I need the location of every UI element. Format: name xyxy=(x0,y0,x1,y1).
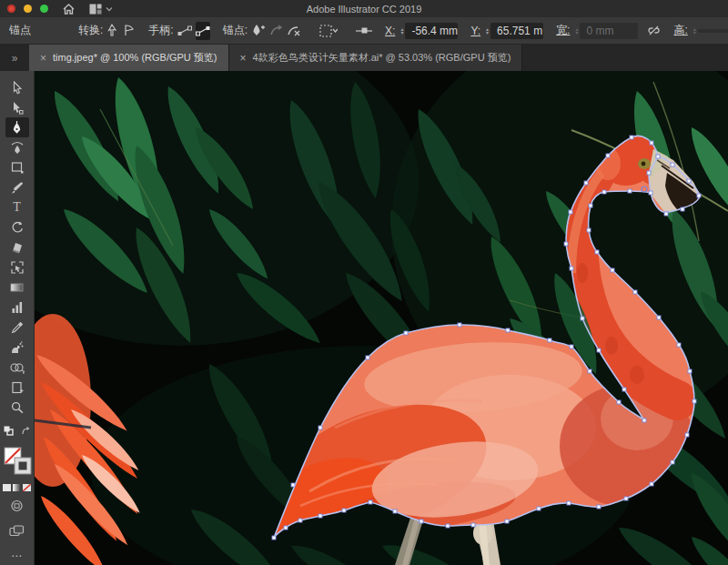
anchor-point xyxy=(318,514,322,518)
anchor-point xyxy=(597,505,601,509)
home-icon[interactable] xyxy=(63,4,75,15)
anchor-point xyxy=(404,331,408,335)
anchor-point xyxy=(369,500,372,504)
x-value-field[interactable]: -56.4 mm xyxy=(405,23,458,39)
tools-panel: T xyxy=(0,71,35,565)
convert-to-corner-icon[interactable] xyxy=(106,22,119,40)
anchor-point xyxy=(671,460,674,464)
anchor-point xyxy=(622,388,626,391)
tab-label: timg.jpeg* @ 100% (RGB/GPU 预览) xyxy=(53,51,217,65)
cut-path-icon[interactable] xyxy=(287,22,301,40)
zoom-tool[interactable] xyxy=(5,398,29,418)
anchor-point xyxy=(633,290,637,294)
rectangle-tool[interactable] xyxy=(5,157,29,177)
selection-tool[interactable] xyxy=(5,77,29,97)
isolate-selection-icon[interactable] xyxy=(319,22,338,40)
tab-bird-vector-ai[interactable]: × 4款彩色鸟类设计矢量素材.ai* @ 53.03% (RGB/GPU 预览) xyxy=(229,45,523,71)
gradient-button[interactable] xyxy=(13,484,21,491)
anchor-point xyxy=(458,323,461,327)
curvature-tool[interactable] xyxy=(5,137,29,157)
free-transform-tool[interactable] xyxy=(5,257,29,277)
anchor-point xyxy=(589,204,592,207)
minimize-window-button[interactable] xyxy=(24,5,32,13)
close-tab-icon[interactable]: × xyxy=(40,52,46,65)
anchor-point xyxy=(602,190,606,194)
screen-mode-icon[interactable] xyxy=(9,524,25,540)
anchor-point xyxy=(657,316,661,319)
hide-handles-icon[interactable] xyxy=(196,22,210,40)
shape-builder-tool[interactable] xyxy=(5,358,29,378)
workspace-switcher-icon[interactable] xyxy=(89,4,113,15)
rotate-tool[interactable] xyxy=(5,217,29,237)
anchor-point xyxy=(318,426,322,429)
gradient-tool[interactable] xyxy=(5,277,29,298)
anchor-point xyxy=(677,343,681,347)
anchor-point xyxy=(446,524,450,528)
width-value-field[interactable]: 0 mm xyxy=(580,23,638,39)
drawing-modes-icon[interactable] xyxy=(10,499,24,516)
edit-toolbar-icon[interactable]: ⋯ xyxy=(11,550,23,562)
height-value-field[interactable] xyxy=(698,29,728,33)
color-button[interactable] xyxy=(3,484,11,491)
anchor-point xyxy=(617,400,621,404)
anchor-point xyxy=(587,228,591,232)
x-stepper[interactable]: ▴▾ xyxy=(400,27,403,35)
document-tab-bar: » × timg.jpeg* @ 100% (RGB/GPU 预览) × 4款彩… xyxy=(0,45,728,71)
add-anchor-pen-icon[interactable] xyxy=(251,22,266,40)
convert-to-smooth-icon[interactable] xyxy=(123,22,136,40)
anchor-point xyxy=(584,181,588,185)
link-dimensions-icon[interactable] xyxy=(647,22,661,40)
anchor-point xyxy=(272,536,276,540)
default-fill-stroke-icon[interactable] xyxy=(4,423,14,439)
title-bar: Adobe Illustrator CC 2019 xyxy=(0,0,728,17)
none-button[interactable] xyxy=(23,484,31,491)
anchor-point xyxy=(606,154,610,157)
tab-timg-jpeg[interactable]: × timg.jpeg* @ 100% (RGB/GPU 预览) xyxy=(29,45,229,71)
close-tab-icon[interactable]: × xyxy=(240,52,247,65)
height-stepper[interactable]: ▴▾ xyxy=(693,27,696,35)
anchor-point xyxy=(366,356,369,359)
eraser-tool[interactable] xyxy=(5,237,29,257)
symbol-sprayer-tool[interactable] xyxy=(5,338,29,358)
y-label: Y: xyxy=(470,25,480,37)
canvas-photo xyxy=(35,71,728,565)
anchor-point xyxy=(537,507,541,510)
swap-fill-stroke-icon[interactable] xyxy=(21,423,31,439)
width-stepper[interactable]: ▴▾ xyxy=(575,27,578,35)
eyedropper-tool[interactable] xyxy=(5,318,29,338)
connect-endpoints-icon[interactable] xyxy=(356,22,372,40)
handles-label: 手柄: xyxy=(148,23,173,38)
x-label: X: xyxy=(385,25,395,37)
fill-stroke-indicator[interactable] xyxy=(4,447,31,478)
direct-selection-tool[interactable] xyxy=(5,97,29,117)
dock-overflow-icon[interactable]: » xyxy=(0,45,29,71)
anchor-point xyxy=(570,345,573,348)
remove-anchor-icon[interactable] xyxy=(269,22,283,40)
anchors-label: 锚点: xyxy=(223,23,248,38)
close-window-button[interactable] xyxy=(7,5,15,13)
artboard-tool[interactable] xyxy=(5,378,29,398)
anchor-point xyxy=(471,523,475,527)
show-handles-icon[interactable] xyxy=(177,22,192,40)
convert-label: 转换: xyxy=(78,23,103,38)
anchor-point xyxy=(693,399,696,403)
anchor-point xyxy=(505,520,509,523)
y-value-field[interactable]: 65.751 m xyxy=(490,23,543,39)
anchor-point xyxy=(291,483,295,487)
anchor-point xyxy=(588,369,592,373)
height-label: 高: xyxy=(673,23,687,38)
y-stepper[interactable]: ▴▾ xyxy=(486,27,489,35)
paintbrush-tool[interactable] xyxy=(5,177,29,197)
anchor-point xyxy=(664,212,668,216)
anchor-point xyxy=(650,482,653,486)
anchor-point xyxy=(685,433,689,437)
anchor-point xyxy=(595,250,599,254)
pen-tool[interactable] xyxy=(5,117,29,137)
anchor-point xyxy=(650,141,653,145)
anchor-point xyxy=(649,191,652,195)
zoom-window-button[interactable] xyxy=(40,5,48,13)
type-tool[interactable]: T xyxy=(5,197,29,217)
window-controls[interactable] xyxy=(7,5,48,13)
graph-tool[interactable] xyxy=(5,298,29,318)
document-canvas[interactable] xyxy=(35,71,728,565)
